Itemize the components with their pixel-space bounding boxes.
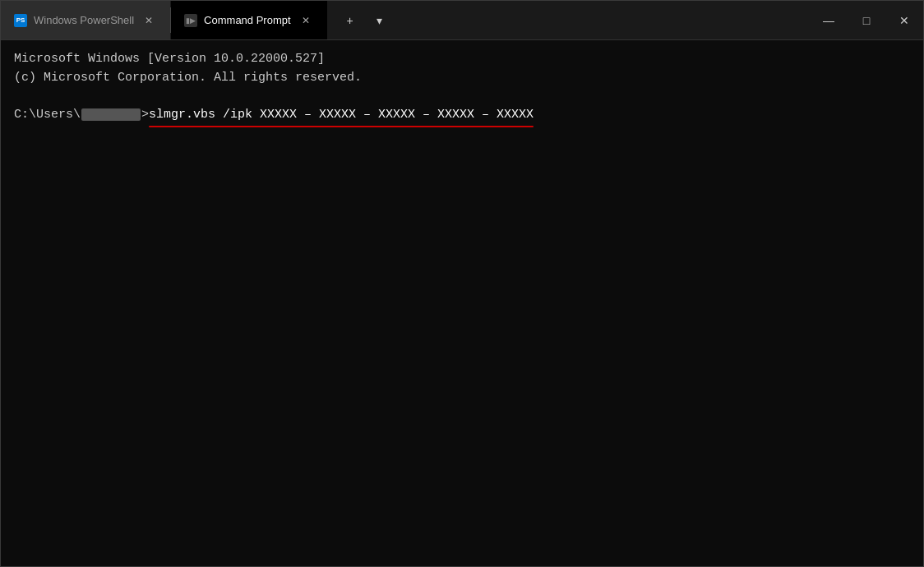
terminal-prompt-suffix: >	[141, 106, 149, 125]
terminal-content: Microsoft Windows [Version 10.0.22000.52…	[1, 40, 923, 566]
terminal-blank-line	[14, 87, 910, 106]
tab-powershell-label: Windows PowerShell	[34, 14, 134, 26]
window: PS Windows PowerShell ✕ ▮▶ Command Promp…	[0, 0, 924, 567]
titlebar-spacer	[400, 1, 810, 39]
titlebar-new-tab-area: + ▾	[330, 1, 400, 39]
close-button[interactable]: ✕	[885, 1, 923, 39]
terminal-line-2: (c) Microsoft Corporation. All rights re…	[14, 69, 910, 88]
titlebar: PS Windows PowerShell ✕ ▮▶ Command Promp…	[1, 1, 923, 40]
tab-cmd[interactable]: ▮▶ Command Prompt ✕	[171, 1, 326, 39]
minimize-button[interactable]: —	[810, 1, 848, 39]
terminal-prompt-prefix: C:\Users\	[14, 106, 81, 125]
terminal-username-redacted	[81, 108, 141, 121]
terminal-command-line: C:\Users\ > slmgr.vbs /ipk XXXXX – XXXXX…	[14, 106, 910, 125]
tab-dropdown-button[interactable]: ▾	[367, 7, 393, 34]
terminal-line-1: Microsoft Windows [Version 10.0.22000.52…	[14, 50, 910, 69]
cmd-icon: ▮▶	[184, 14, 197, 27]
tab-cmd-label: Command Prompt	[204, 14, 290, 26]
tab-powershell-close[interactable]: ✕	[141, 12, 157, 29]
add-tab-button[interactable]: +	[337, 7, 363, 34]
tab-powershell[interactable]: PS Windows PowerShell ✕	[1, 1, 170, 39]
powershell-icon: PS	[14, 14, 27, 27]
command-underline	[149, 126, 534, 127]
terminal-command-text: slmgr.vbs /ipk XXXXX – XXXXX – XXXXX – X…	[149, 108, 534, 122]
maximize-button[interactable]: □	[848, 1, 885, 39]
tab-cmd-close[interactable]: ✕	[298, 12, 314, 29]
terminal-command-wrapper: slmgr.vbs /ipk XXXXX – XXXXX – XXXXX – X…	[149, 106, 534, 125]
window-controls: — □ ✕	[810, 1, 923, 39]
